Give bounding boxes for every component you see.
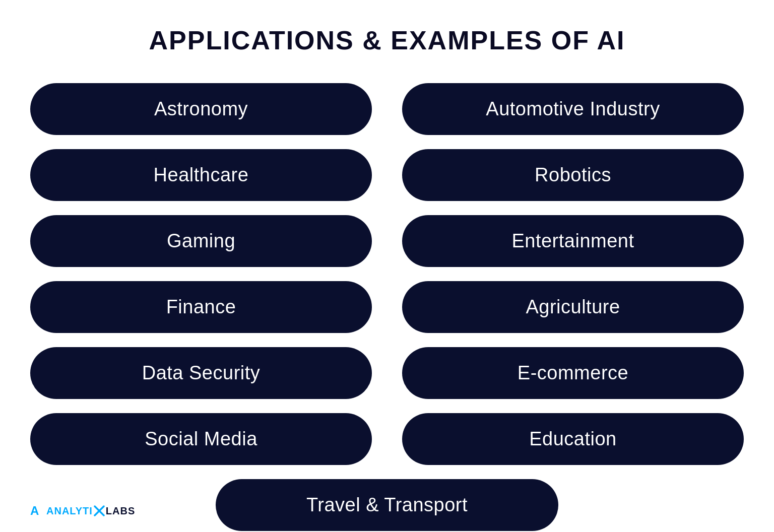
pill-social-media: Social Media — [30, 413, 372, 465]
pill-education: Education — [402, 413, 744, 465]
svg-text:A: A — [30, 504, 39, 517]
logo: A ANALYTI LABS — [30, 504, 135, 518]
pills-grid: Astronomy Automotive Industry Healthcare… — [30, 83, 744, 465]
pill-astronomy: Astronomy — [30, 83, 372, 135]
pill-robotics: Robotics — [402, 149, 744, 201]
logo-text-labs: LABS — [106, 505, 135, 517]
logo-x-icon — [94, 505, 105, 516]
pill-healthcare: Healthcare — [30, 149, 372, 201]
pill-entertainment: Entertainment — [402, 215, 744, 267]
pill-automotive-industry: Automotive Industry — [402, 83, 744, 135]
logo-text-analyti: ANALYTI — [46, 505, 93, 517]
pill-finance: Finance — [30, 281, 372, 333]
bottom-row: Travel & Transport — [30, 479, 744, 531]
logo-icon: A — [30, 504, 44, 518]
pill-e-commerce: E-commerce — [402, 347, 744, 399]
pill-gaming: Gaming — [30, 215, 372, 267]
page-title: APPLICATIONS & EXAMPLES OF AI — [149, 25, 625, 55]
pill-data-security: Data Security — [30, 347, 372, 399]
pill-agriculture: Agriculture — [402, 281, 744, 333]
pill-travel-transport: Travel & Transport — [216, 479, 558, 531]
